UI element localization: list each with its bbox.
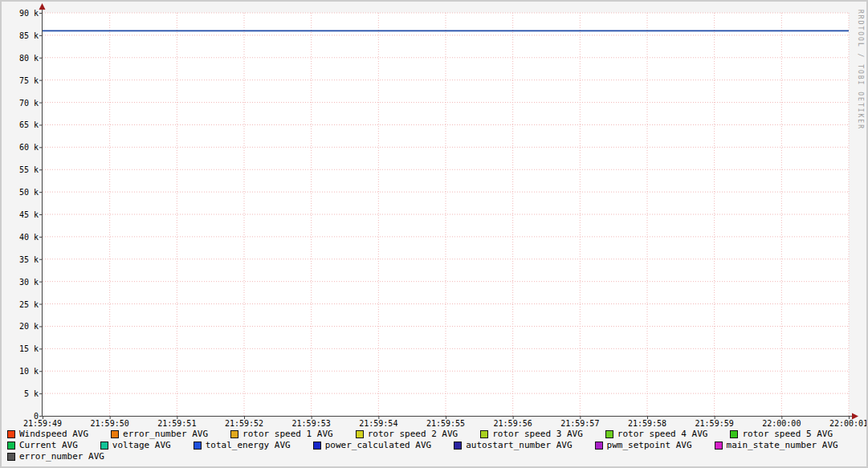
legend-swatch-icon [356,430,364,438]
y-tick-label: 70 k [2,99,39,108]
y-tick-label: 50 k [2,188,39,197]
legend-label: error_number AVG [123,429,208,439]
legend: Windspeed AVGerror_number AVGrotor speed… [7,429,838,463]
legend-swatch-icon [313,442,321,450]
x-tick-label: 21:59:50 [78,419,142,429]
legend-label: power_calculated AVG [325,441,431,450]
legend-item: rotor speed 4 AVG [605,429,708,439]
legend-item: power_calculated AVG [313,441,431,450]
x-tick-label: 21:59:57 [548,419,612,429]
x-tick-label: 21:59:49 [10,419,75,429]
legend-label: main_state_number AVG [727,441,838,450]
y-tick-label: 35 k [2,255,39,265]
x-tick-label: 21:59:52 [212,419,276,429]
legend-swatch-icon [230,430,238,438]
legend-swatch-icon [194,442,202,450]
y-tick-label: 30 k [2,278,39,287]
legend-label: rotor speed 5 AVG [742,429,833,439]
legend-item: rotor speed 2 AVG [356,429,458,439]
x-tick-label: 21:59:59 [683,419,747,429]
y-tick-label: 65 k [2,120,39,130]
legend-swatch-icon [730,430,738,438]
y-tick-label: 45 k [2,210,39,220]
legend-item: error_number AVG [7,452,104,462]
legend-item: voltage AVG [100,441,171,450]
x-tick-label: 21:59:55 [414,419,478,429]
legend-item: rotor speed 3 AVG [480,429,583,439]
x-tick-label: 21:59:51 [145,419,209,429]
legend-label: voltage AVG [112,441,171,450]
legend-label: total_energy AVG [206,441,291,450]
legend-label: rotor speed 1 AVG [242,429,333,439]
legend-row: Current AVGvoltage AVGtotal_energy AVGpo… [7,441,838,450]
legend-label: Current AVG [19,441,78,450]
y-tick-label: 75 k [2,76,39,86]
legend-label: Windspeed AVG [19,429,88,439]
legend-item: Current AVG [7,441,78,450]
legend-label: rotor speed 3 AVG [492,429,583,439]
y-tick-label: 20 k [2,322,39,332]
x-tick-label: 21:59:53 [279,419,344,429]
legend-item: main_state_number AVG [715,441,838,450]
legend-row: error_number AVG [7,452,838,462]
legend-label: pwm_setpoint AVG [607,441,692,450]
legend-swatch-icon [7,442,15,450]
y-tick-label: 60 k [2,143,39,153]
legend-item: pwm_setpoint AVG [595,441,692,450]
legend-label: autostart_number AVG [466,441,572,450]
legend-swatch-icon [7,430,15,438]
y-tick-label: 15 k [2,344,39,354]
legend-label: rotor speed 4 AVG [617,429,708,439]
rrdtool-watermark: RRDTOOL / TOBI OETIKER [857,10,864,130]
legend-swatch-icon [715,442,723,450]
legend-swatch-icon [100,442,108,450]
x-tick-label: 21:59:54 [346,419,410,429]
legend-item: Windspeed AVG [7,429,88,439]
legend-swatch-icon [605,430,613,438]
y-tick-label: 5 k [2,389,39,399]
legend-label: error_number AVG [19,452,104,462]
y-tick-label: 90 k [2,9,39,18]
y-tick-label: 10 k [2,367,39,376]
rrdtool-graph: 05 k10 k15 k20 k25 k30 k35 k40 k45 k50 k… [0,0,868,468]
legend-swatch-icon [480,430,488,438]
y-tick-label: 80 k [2,54,39,63]
legend-item: error_number AVG [111,429,208,439]
y-tick-label: 55 k [2,165,39,175]
legend-item: rotor speed 5 AVG [730,429,833,439]
legend-item: rotor speed 1 AVG [230,429,333,439]
legend-swatch-icon [111,430,119,438]
plot-canvas [2,2,866,466]
legend-swatch-icon [454,442,462,450]
x-tick-label: 21:59:58 [615,419,679,429]
legend-swatch-icon [7,453,15,461]
x-tick-label: 21:59:56 [481,419,545,429]
legend-row: Windspeed AVGerror_number AVGrotor speed… [7,429,838,439]
y-tick-label: 40 k [2,233,39,242]
legend-label: rotor speed 2 AVG [368,429,458,439]
x-tick-label: 22:00:00 [749,419,813,429]
legend-item: total_energy AVG [194,441,291,450]
y-tick-label: 85 k [2,31,39,41]
y-axis-arrow-icon [39,3,46,10]
legend-swatch-icon [595,442,603,450]
x-tick-label: 22:00:01 [817,419,868,429]
y-tick-label: 25 k [2,300,39,310]
legend-item: autostart_number AVG [454,441,572,450]
